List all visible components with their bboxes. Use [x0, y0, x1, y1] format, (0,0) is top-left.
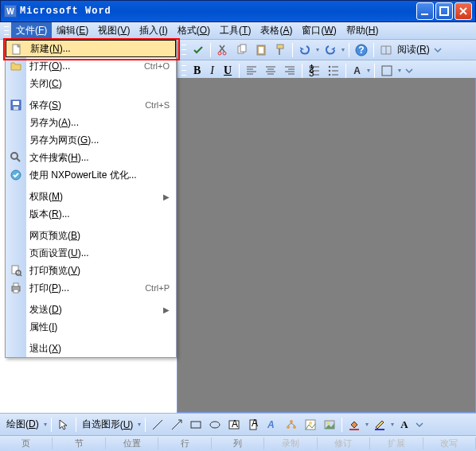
file-menu-item[interactable]: 关闭(C)	[6, 75, 176, 92]
redo-dropdown[interactable]: ▾	[340, 46, 346, 53]
toolbar-overflow-icon[interactable]	[404, 62, 415, 80]
svg-point-45	[327, 422, 330, 424]
redo-icon[interactable]	[322, 41, 339, 59]
maximize-button[interactable]	[435, 2, 453, 20]
align-right-icon[interactable]	[281, 62, 298, 80]
file-menu-item[interactable]: 属性(I)	[6, 318, 176, 336]
file-menu-item[interactable]: 发送(D)▶	[6, 301, 176, 318]
bold-button[interactable]: B	[189, 64, 205, 77]
toolbar-grip[interactable]	[181, 43, 186, 57]
font-color-dropdown[interactable]: ▾	[365, 67, 372, 74]
toolbar-grip[interactable]	[181, 64, 186, 78]
line-color-dropdown[interactable]: ▾	[389, 421, 396, 428]
bulleted-list-icon[interactable]	[325, 62, 342, 80]
read-label[interactable]: 阅读(R)	[396, 43, 431, 56]
file-menu-item[interactable]: 打开(O)...Ctrl+O	[6, 57, 176, 75]
menubar: 文件(F)编辑(E)视图(V)插入(I)格式(O)工具(T)表格(A)窗口(W)…	[0, 22, 476, 40]
menu-a[interactable]: 表格(A)	[256, 22, 297, 39]
line-icon[interactable]	[149, 416, 166, 434]
format-painter-icon[interactable]	[271, 41, 289, 59]
file-menu-item[interactable]: 打印(P)...Ctrl+P	[6, 279, 176, 297]
toolbar-overflow-icon[interactable]	[414, 416, 425, 434]
minimize-button[interactable]	[416, 2, 434, 20]
file-menu-item[interactable]: 权限(M)▶	[6, 188, 176, 205]
read-icon[interactable]	[377, 41, 395, 59]
titlebar: W Microsoft Word	[0, 0, 476, 22]
font-color2-button[interactable]: A	[396, 418, 412, 431]
file-menu-item[interactable]: 使用 NXPowerLite 优化...	[6, 166, 176, 184]
status-cell: 修订	[318, 437, 370, 449]
menu-h[interactable]: 帮助(H)	[341, 22, 384, 39]
document-area	[177, 78, 476, 413]
fill-color-icon[interactable]	[345, 416, 363, 434]
draw-menu[interactable]: 绘图(D)	[3, 418, 42, 431]
menu-e[interactable]: 编辑(E)	[52, 22, 93, 39]
align-center-icon[interactable]	[262, 62, 279, 80]
arrow-icon[interactable]	[168, 416, 185, 434]
file-menu-item[interactable]: 退出(X)	[6, 340, 176, 357]
app-title: Microsoft Word	[20, 6, 111, 17]
autoshapes-menu[interactable]: 自选图形(U)	[79, 418, 137, 431]
menu-w[interactable]: 窗口(W)	[297, 22, 341, 39]
svg-point-16	[329, 73, 330, 75]
svg-text:A: A	[267, 419, 275, 430]
border-dropdown[interactable]: ▾	[396, 67, 403, 74]
file-menu-item[interactable]: 新建(N)...	[6, 40, 176, 57]
clipart-icon[interactable]	[302, 416, 319, 434]
toolbar-grip[interactable]	[4, 25, 9, 37]
font-color-button[interactable]: A	[349, 64, 365, 77]
menu-v[interactable]: 视图(V)	[93, 22, 135, 39]
vertical-textbox-icon[interactable]: A	[244, 416, 262, 434]
file-menu-item[interactable]: 保存(S)Ctrl+S	[6, 96, 176, 114]
file-menu-item[interactable]: 文件搜索(H)...	[6, 149, 176, 166]
file-menu-item[interactable]: 页面设置(U)...	[6, 244, 176, 262]
align-left-icon[interactable]	[243, 62, 260, 80]
file-menu-item[interactable]: 网页预览(B)	[6, 227, 176, 244]
picture-icon[interactable]	[321, 416, 338, 434]
menu-o[interactable]: 格式(O)	[173, 22, 215, 39]
undo-dropdown[interactable]: ▾	[314, 46, 321, 53]
menu-item-label: 页面设置(U)...	[29, 247, 170, 260]
svg-rect-7	[259, 47, 263, 53]
menu-item-label: 关闭(C)	[29, 77, 170, 91]
menu-i[interactable]: 插入(I)	[135, 22, 172, 39]
menu-t[interactable]: 工具(T)	[215, 22, 256, 39]
toolbar-overflow-icon[interactable]	[432, 41, 443, 59]
file-menu-item[interactable]: 版本(R)...	[6, 205, 176, 223]
svg-rect-0	[421, 14, 428, 15]
help-icon[interactable]: ?	[353, 41, 370, 59]
drawing-toolbar: 绘图(D)▾ 自选图形(U)▾ A A A ▾ ▾ A	[0, 413, 476, 435]
italic-button[interactable]: I	[205, 64, 219, 77]
paste-icon[interactable]	[252, 41, 270, 59]
line-color-icon[interactable]	[371, 416, 388, 434]
svg-text:3: 3	[309, 68, 314, 77]
status-cell: 改写	[423, 437, 476, 449]
draw-dropdown[interactable]: ▾	[42, 421, 49, 428]
undo-icon[interactable]	[296, 41, 314, 59]
rectangle-icon[interactable]	[187, 416, 205, 434]
menu-item-label: 另存为网页(G)...	[29, 134, 170, 147]
oval-icon[interactable]	[206, 416, 224, 434]
file-menu-item[interactable]: 另存为网页(G)...	[6, 131, 176, 149]
border-button[interactable]	[378, 62, 396, 80]
menu-item-label: 打开(O)...	[29, 60, 144, 73]
cut-icon[interactable]	[214, 41, 232, 59]
svg-rect-47	[375, 429, 384, 430]
svg-rect-23	[13, 101, 19, 105]
checkmark-icon[interactable]	[189, 41, 207, 59]
numbered-list-icon[interactable]: 123	[306, 62, 323, 80]
file-menu-item[interactable]: 打印预览(V)	[6, 262, 176, 279]
copy-icon[interactable]	[233, 41, 251, 59]
autoshapes-dropdown[interactable]: ▾	[136, 421, 142, 428]
close-button[interactable]	[455, 2, 472, 20]
select-arrow-icon[interactable]	[55, 416, 72, 434]
app-icon: W	[4, 5, 17, 17]
wordart-icon[interactable]: A	[263, 416, 281, 434]
diagram-icon[interactable]	[283, 416, 300, 434]
underline-button[interactable]: U	[219, 64, 236, 77]
fill-dropdown[interactable]: ▾	[364, 421, 370, 428]
status-cell: 位置	[106, 437, 158, 449]
textbox-icon[interactable]: A	[225, 416, 243, 434]
menu-f[interactable]: 文件(F)	[11, 22, 52, 39]
file-menu-item[interactable]: 另存为(A)...	[6, 114, 176, 131]
